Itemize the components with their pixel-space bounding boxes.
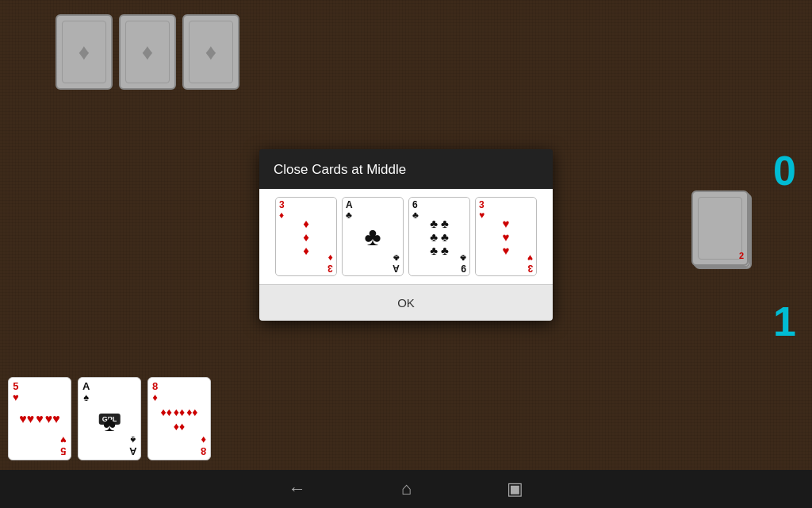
dialog-card-ac: A♣ A♣ ♣ (342, 197, 404, 276)
close-cards-dialog: Close Cards at Middle 3♦ 3♦ ♦ ♦ ♦ A♣ A♣ … (259, 149, 553, 321)
dialog-card-3h: 3♥ 3♥ ♥ ♥ ♥ (475, 197, 537, 276)
dialog-title: Close Cards at Middle (259, 149, 553, 189)
dialog-cards-area: 3♦ 3♦ ♦ ♦ ♦ A♣ A♣ ♣ 6♣ 9♣ (259, 189, 553, 284)
back-button[interactable]: ← (289, 479, 306, 499)
nav-bar: ← ⌂ ▣ (0, 470, 812, 508)
ok-button[interactable]: OK (259, 284, 553, 321)
dialog-overlay: Close Cards at Middle 3♦ 3♦ ♦ ♦ ♦ A♣ A♣ … (0, 0, 812, 470)
home-button[interactable]: ⌂ (401, 479, 412, 499)
recents-button[interactable]: ▣ (507, 479, 523, 499)
dialog-card-6c: 6♣ 9♣ ♣ ♣ ♣ ♣ ♣ ♣ (408, 197, 470, 276)
dialog-card-3d: 3♦ 3♦ ♦ ♦ ♦ (275, 197, 337, 276)
dialog-button-row: OK (259, 284, 553, 321)
